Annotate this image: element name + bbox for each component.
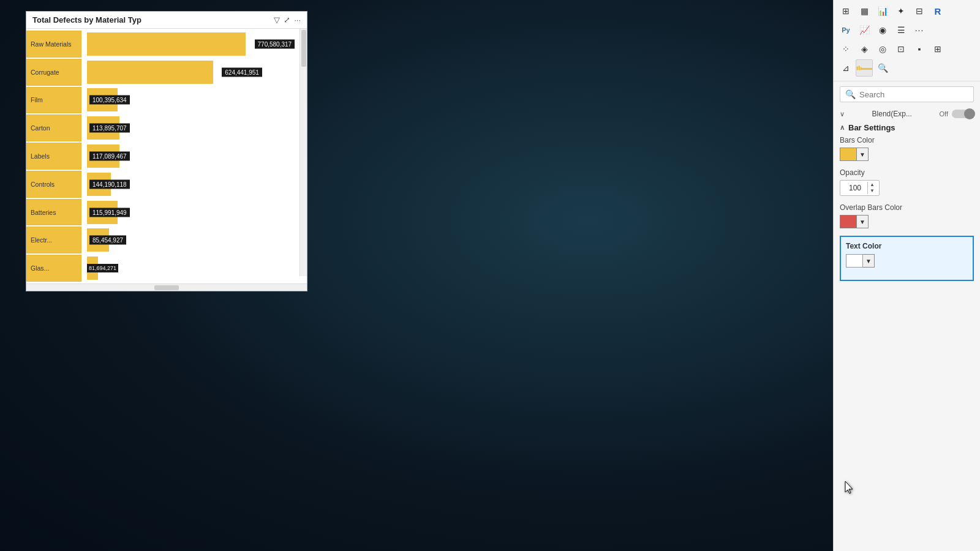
overlap-color-picker-row: ▼ <box>840 215 974 228</box>
bar-settings-label: Bar Settings <box>848 123 895 132</box>
bar-film: 100,395,634 <box>87 88 118 111</box>
opacity-value: 100 <box>843 184 867 192</box>
shapes-icon[interactable]: ◉ <box>874 21 891 39</box>
opacity-up[interactable]: ▲ <box>868 182 876 188</box>
slicer-icon[interactable]: ☰ <box>892 21 910 39</box>
bars-color-dropdown[interactable]: ▼ <box>857 148 869 161</box>
grid-icon[interactable]: ⊞ <box>837 2 854 20</box>
icon-row-2: Py 📈 ◉ ☰ ··· <box>837 21 976 39</box>
bar-row-controls: 144,190,118 <box>87 171 304 198</box>
bar-value-carton: 113,895,707 <box>89 124 130 133</box>
overlap-bars-color-label: Overlap Bars Color <box>840 203 974 212</box>
bars-area: 770,580,317 624,441,951 100,395,634 113,… <box>85 29 307 283</box>
bar-value-labels: 117,089,467 <box>89 152 130 161</box>
decomp-icon[interactable]: 🔍 <box>874 59 891 77</box>
active-icon[interactable] <box>856 59 873 77</box>
filter-icon[interactable]: ▽ <box>274 15 280 24</box>
search-input[interactable] <box>859 90 968 99</box>
stacked-bar-icon[interactable]: ▦ <box>856 2 873 20</box>
filled-map-icon[interactable]: ◈ <box>856 40 873 58</box>
bars-color-picker-row: ▼ <box>840 148 974 161</box>
search-icon: 🔍 <box>845 89 856 99</box>
overlap-color-swatch[interactable] <box>840 215 857 228</box>
bar-label-raw: Raw Materials <box>26 31 81 58</box>
bar-labels-column: Raw Materials Corrugate Film Carton Labe… <box>26 29 85 283</box>
bar-value-controls: 144,190,118 <box>89 179 130 189</box>
icon-row-4: ⊿ 🔍 <box>837 59 976 77</box>
funnel-icon[interactable]: ⊿ <box>837 59 854 77</box>
toggle-container[interactable]: Off <box>940 110 974 118</box>
bar-row-glass: 81,694,271 <box>87 255 304 282</box>
vscroll-thumb[interactable] <box>301 30 306 67</box>
bar-electr: 85,454,927 <box>87 228 109 252</box>
text-color-label: Text Color <box>846 242 968 250</box>
bar-row-labels: 117,089,467 <box>87 143 304 170</box>
blend-label: Blend(Exp... <box>872 110 912 118</box>
kpi-icon[interactable]: ⊡ <box>892 40 910 58</box>
opacity-input[interactable]: 100 ▲ ▼ <box>840 180 880 196</box>
bar-row-raw: 770,580,317 <box>87 31 304 58</box>
bar-controls: 144,190,118 <box>87 173 111 196</box>
scatter-icon[interactable]: ⁘ <box>837 40 854 58</box>
bar-value-raw: 770,580,317 <box>255 39 295 48</box>
treemap-icon[interactable]: ▪ <box>911 40 928 58</box>
bars-color-swatch[interactable] <box>840 148 857 161</box>
overlap-bars-color-section: Overlap Bars Color ▼ <box>840 203 974 228</box>
waterfall-icon[interactable]: ⊞ <box>929 40 946 58</box>
column-chart-icon[interactable]: 📊 <box>874 2 891 20</box>
bar-settings-chevron: ∧ <box>840 124 845 132</box>
svg-rect-1 <box>859 66 860 70</box>
star-icon[interactable]: ✦ <box>892 2 910 20</box>
python-icon[interactable]: Py <box>837 21 854 39</box>
chart-title: Total Defects by Material Typ <box>32 15 270 24</box>
opacity-row: 100 ▲ ▼ <box>840 180 974 196</box>
opacity-spinner[interactable]: ▲ ▼ <box>867 182 876 194</box>
opacity-down[interactable]: ▼ <box>868 188 876 194</box>
right-panel: ⊞ ▦ 📊 ✦ ⊟ R Py 📈 ◉ ☰ ··· ⁘ ◈ ◎ ⊡ ▪ ⊞ ⊿ <box>833 0 980 551</box>
gauge-icon[interactable]: ◎ <box>874 40 891 58</box>
bar-label-controls: Controls <box>26 171 81 198</box>
chart-window: Total Defects by Material Typ ▽ ⤢ ··· Ra… <box>26 11 307 291</box>
overlap-color-dropdown[interactable]: ▼ <box>857 215 869 228</box>
expand-icon[interactable]: ⤢ <box>284 15 290 24</box>
bar-row-batteries: 115,991,949 <box>87 199 304 226</box>
text-color-dropdown[interactable]: ▼ <box>863 254 875 268</box>
bar-row-carton: 113,895,707 <box>87 114 304 141</box>
toggle-track[interactable] <box>952 110 974 118</box>
icon-row-1: ⊞ ▦ 📊 ✦ ⊟ R <box>837 2 976 20</box>
bar-label-labels: Labels <box>26 143 81 170</box>
toggle-thumb <box>964 108 975 119</box>
chart-horizontal-scrollbar[interactable] <box>26 283 307 291</box>
bar-batteries: 115,991,949 <box>87 201 118 224</box>
bar-value-glass: 81,694,271 <box>87 264 118 272</box>
bar-label-carton: Carton <box>26 114 81 141</box>
chart-title-bar: Total Defects by Material Typ ▽ ⤢ ··· <box>26 12 307 29</box>
bar-row-electr: 85,454,927 <box>87 227 304 253</box>
chart-body: Raw Materials Corrugate Film Carton Labe… <box>26 29 307 283</box>
text-color-swatch[interactable] <box>846 254 863 268</box>
bar-value-corr: 624,441,951 <box>222 67 262 77</box>
opacity-label: Opacity <box>840 168 974 177</box>
text-color-picker-row: ▼ <box>846 254 968 268</box>
bar-glass: 81,694,271 <box>87 257 98 280</box>
bar-carton: 113,895,707 <box>87 116 119 140</box>
bar-row-corr: 624,441,951 <box>87 59 304 86</box>
bar-value-batteries: 115,991,949 <box>89 208 130 217</box>
bar-label-corr: Corrugate <box>26 59 81 86</box>
bar-value-film: 100,395,634 <box>89 96 130 105</box>
more-icon2[interactable]: ··· <box>911 21 928 39</box>
bar-label-glass: Glas... <box>26 255 81 282</box>
letter-r-icon[interactable]: R <box>929 2 946 20</box>
chart-vertical-scrollbar[interactable] <box>300 29 307 276</box>
bar-settings-header[interactable]: ∧ Bar Settings <box>840 123 974 132</box>
bar-label-batteries: Batteries <box>26 199 81 226</box>
more-icon[interactable]: ··· <box>294 15 301 24</box>
bars-color-section: Bars Color ▼ <box>840 136 974 161</box>
hscroll-thumb[interactable] <box>154 285 179 290</box>
line-chart-icon[interactable]: 📈 <box>856 21 873 39</box>
toggle-off-label: Off <box>940 110 948 118</box>
table-icon[interactable]: ⊟ <box>911 2 928 20</box>
collapse-icon: ∨ <box>840 110 845 118</box>
search-bar[interactable]: 🔍 <box>840 86 974 102</box>
bars-color-label: Bars Color <box>840 136 974 144</box>
